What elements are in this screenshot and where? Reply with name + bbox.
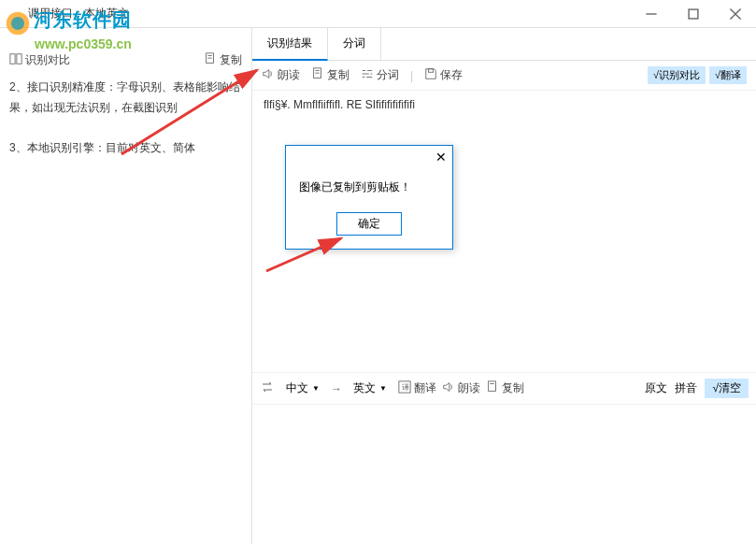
- left-panel: 识别对比 复制 2、接口识别精准度：字母识别、表格能影响结果，如出现无法识别，在…: [0, 28, 252, 544]
- dst-lang-select[interactable]: 英文 ▼: [348, 379, 392, 398]
- src-lang-select[interactable]: 中文 ▼: [280, 379, 325, 398]
- toggle-translate-button[interactable]: √翻译: [709, 66, 747, 84]
- speaker-icon: [262, 67, 275, 83]
- dialog-close-button[interactable]: ✕: [435, 150, 447, 165]
- compare-icon: [9, 52, 22, 68]
- maximize-button[interactable]: [672, 0, 714, 28]
- translate-toolbar: 中文 ▼ → 英文 ▼ 译 翻译 朗读 复制 原文 拼音: [252, 372, 756, 404]
- dialog: ✕ 图像已复制到剪贴板！ 确定: [285, 145, 453, 250]
- tab-result[interactable]: 识别结果: [252, 28, 328, 61]
- minimize-button[interactable]: [630, 0, 672, 28]
- right-panel: 识别结果 分词 朗读 复制 分词 | 保存 √识别对比 √翻译: [252, 28, 756, 544]
- save-icon: [424, 67, 437, 83]
- caret-down-icon: ▼: [379, 384, 387, 393]
- pinyin-button[interactable]: 拼音: [675, 380, 697, 396]
- body-text: 2、接口识别精准度：字母识别、表格能影响结果，如出现无法识别，在截图识别 3、本…: [9, 78, 242, 158]
- copy-icon: [204, 52, 217, 68]
- svg-rect-20: [429, 69, 434, 73]
- copy-icon: [311, 67, 324, 83]
- tabs: 识别结果 分词: [252, 28, 756, 61]
- translate-copy-button[interactable]: 复制: [486, 380, 524, 396]
- speaker-icon: [442, 380, 455, 396]
- original-button[interactable]: 原文: [645, 380, 667, 396]
- translate-button[interactable]: 译 翻译: [398, 380, 436, 396]
- segment-button[interactable]: 分词: [361, 67, 399, 83]
- arrow-right-icon: →: [331, 382, 342, 395]
- api-info-label: 调用接口：本地英文: [28, 6, 129, 21]
- titlebar: 调用接口：本地英文: [0, 0, 756, 28]
- translate-output[interactable]: [252, 404, 756, 544]
- save-button[interactable]: 保存: [424, 67, 463, 83]
- svg-rect-6: [10, 54, 15, 64]
- ok-button[interactable]: 确定: [336, 212, 402, 236]
- tab-segment[interactable]: 分词: [328, 28, 381, 60]
- swap-icon[interactable]: [260, 379, 275, 397]
- translate-read-button[interactable]: 朗读: [442, 380, 480, 396]
- close-button[interactable]: [714, 0, 756, 28]
- svg-rect-3: [689, 9, 698, 19]
- translate-icon: 译: [398, 380, 411, 396]
- caret-down-icon: ▼: [312, 384, 320, 393]
- compare-button[interactable]: 识别对比: [9, 52, 70, 68]
- read-button[interactable]: 朗读: [262, 67, 300, 83]
- compare-label: 识别对比: [25, 52, 70, 68]
- dialog-message: 图像已复制到剪贴板！: [286, 168, 452, 203]
- segment-icon: [361, 67, 374, 83]
- copy-left-button[interactable]: 复制: [204, 52, 242, 68]
- copy-result-button[interactable]: 复制: [311, 67, 349, 83]
- copy-label: 复制: [220, 52, 242, 68]
- toggle-compare-button[interactable]: √识别对比: [648, 66, 706, 84]
- svg-text:译: 译: [401, 383, 408, 392]
- svg-rect-7: [17, 54, 21, 64]
- svg-rect-23: [488, 381, 495, 392]
- clear-button[interactable]: √清空: [705, 379, 749, 398]
- copy-icon: [486, 380, 499, 396]
